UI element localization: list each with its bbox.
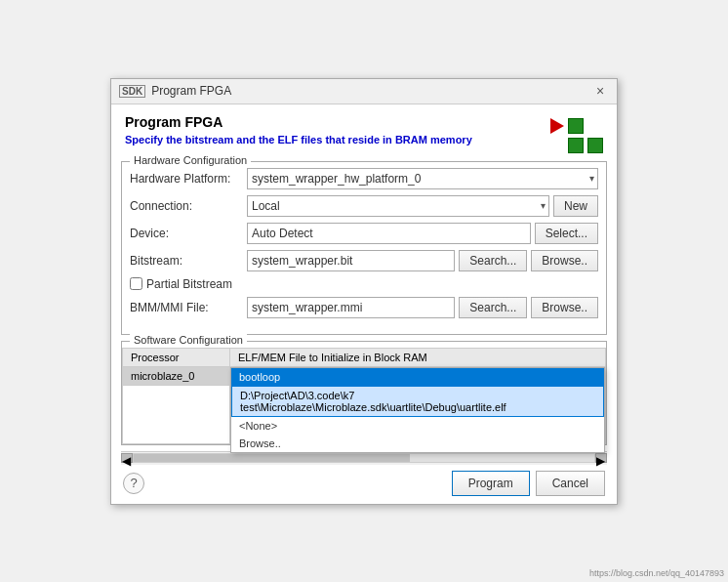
elf-cell: bootloop bootloop D:\Project\AD\3.code\k… [230,366,606,385]
scroll-left-arrow[interactable]: ◀ [121,453,133,463]
scroll-thumb[interactable] [134,454,410,462]
partial-bitstream-label: Partial Bitstream [146,277,232,291]
processor-header: Processor [123,348,230,366]
dialog-title: Program FPGA [125,114,472,130]
dropdown-item-elf[interactable]: D:\Project\AD\3.code\k7 test\Microblaze\… [231,386,604,417]
bmm-browse-button[interactable]: Browse.. [531,297,598,318]
empty-processor-cell [123,385,230,443]
help-button[interactable]: ? [123,473,144,494]
cancel-button[interactable]: Cancel [536,471,605,496]
bitstream-browse-button[interactable]: Browse.. [531,250,598,271]
hardware-legend: Hardware Configuration [130,154,251,166]
fpga-chip-bottom-left [568,138,584,153]
scroll-track [133,453,595,463]
hardware-config-section: Hardware Configuration Hardware Platform… [121,161,607,335]
platform-label: Hardware Platform: [130,172,247,186]
processor-cell: microblaze_0 [123,366,230,385]
dropdown-item-bootloop[interactable]: bootloop [231,368,604,386]
device-label: Device: [130,227,247,240]
watermark: https://blog.csdn.net/qq_40147893 [589,568,724,578]
fpga-icon [550,118,603,153]
dialog-header: Program FPGA Specify the bitstream and t… [111,104,617,161]
title-bar: SDK Program FPGA × [111,79,617,104]
partial-bitstream-checkbox[interactable] [130,277,142,290]
arrow-icon [550,118,564,134]
connection-select-wrapper: Local ▾ [247,195,549,217]
title-bar-text: Program FPGA [151,84,231,98]
horizontal-scrollbar[interactable]: ◀ ▶ [121,451,607,465]
software-table: Processor ELF/MEM File to Initialize in … [122,348,606,444]
bmm-label: BMM/MMI File: [130,301,247,314]
table-row: microblaze_0 bootloop bootloop D:\Projec… [123,366,606,385]
dropdown-item-none[interactable]: <None> [231,417,604,435]
platform-row: Hardware Platform: system_wrapper_hw_pla… [130,168,598,189]
sdk-icon: SDK [119,85,145,98]
header-text: Program FPGA Specify the bitstream and t… [125,114,472,146]
connection-label: Connection: [130,199,247,213]
new-button[interactable]: New [553,195,598,217]
dropdown-item-browse[interactable]: Browse.. [231,435,604,452]
bmm-input[interactable]: system_wrapper.mmi [247,297,455,318]
fpga-chip-bottom-right [587,138,603,153]
bmm-search-button[interactable]: Search... [459,297,527,318]
software-config-section: Software Configuration Processor ELF/MEM… [121,341,607,445]
bitstream-label: Bitstream: [130,254,247,268]
bitstream-row: Bitstream: system_wrapper.bit Search... … [130,250,598,271]
scroll-right-arrow[interactable]: ▶ [595,453,607,463]
elf-dropdown-overlay: bootloop D:\Project\AD\3.code\k7 test\Mi… [230,367,605,453]
connection-row: Connection: Local ▾ New [130,195,598,217]
software-legend: Software Configuration [130,334,247,346]
connection-select[interactable]: Local [247,195,549,217]
device-row: Device: Auto Detect Select... [130,223,598,244]
elf-header: ELF/MEM File to Initialize in Block RAM [230,348,606,366]
partial-bitstream-row: Partial Bitstream [130,277,598,291]
fpga-chip-top [568,118,584,134]
dialog-footer: ? Program Cancel [111,465,617,504]
bmm-row: BMM/MMI File: system_wrapper.mmi Search.… [130,297,598,318]
bram-text: BRAM memory [395,134,472,146]
select-button[interactable]: Select... [535,223,598,244]
fpga-icon-row1 [550,118,603,134]
platform-select-wrapper: system_wrapper_hw_platform_0 ▾ [247,168,598,189]
platform-select[interactable]: system_wrapper_hw_platform_0 [247,168,598,189]
program-fpga-dialog: SDK Program FPGA × Program FPGA Specify … [110,78,618,505]
bitstream-input[interactable]: system_wrapper.bit [247,250,455,271]
table-header-row: Processor ELF/MEM File to Initialize in … [123,348,606,366]
program-button[interactable]: Program [452,471,530,496]
device-input[interactable]: Auto Detect [247,223,531,244]
close-button[interactable]: × [591,82,609,100]
dialog-description: Specify the bitstream and the ELF files … [125,134,472,146]
bitstream-search-button[interactable]: Search... [459,250,527,271]
fpga-icon-row2 [568,138,603,153]
title-bar-left: SDK Program FPGA [119,84,231,98]
footer-buttons: Program Cancel [452,471,605,496]
